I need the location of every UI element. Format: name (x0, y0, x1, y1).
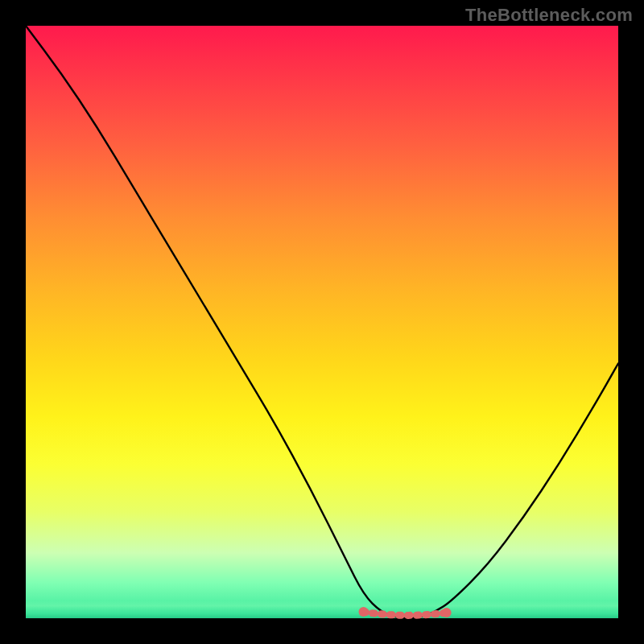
minimum-marker-dot-left (359, 607, 369, 617)
chart-frame: TheBottleneck.com (0, 0, 644, 644)
plot-area (26, 26, 618, 618)
minimum-marker-dot-right (442, 608, 452, 617)
bottleneck-curve (26, 26, 618, 618)
watermark-label: TheBottleneck.com (465, 5, 633, 26)
minimum-marker (364, 612, 447, 615)
chart-svg (26, 26, 618, 618)
